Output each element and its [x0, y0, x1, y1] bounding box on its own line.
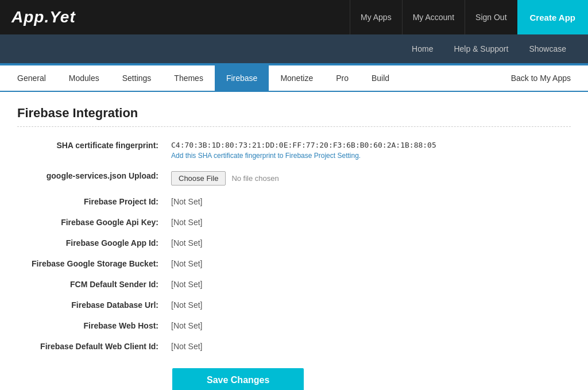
form-table: SHA certificate fingerprint:C4:70:3B:1D:…	[17, 135, 571, 357]
field-label-2: Firebase Project Id:	[17, 191, 167, 212]
tab-monetize[interactable]: Monetize	[269, 65, 324, 92]
my-account-link[interactable]: My Account	[402, 0, 465, 34]
form-row-4: Firebase Google App Id:[Not Set]	[17, 233, 571, 253]
tab-modules[interactable]: Modules	[57, 65, 111, 92]
field-label-4: Firebase Google App Id:	[17, 233, 167, 253]
field-value-7: [Not Set]	[167, 295, 571, 315]
field-value-2: [Not Set]	[167, 191, 571, 212]
field-label-7: Firebase Database Url:	[17, 295, 167, 315]
field-value-0: C4:70:3B:1D:80:73:21:DD:0E:FF:77:20:F3:6…	[167, 135, 571, 165]
tab-general[interactable]: General	[6, 65, 57, 92]
save-btn-wrapper: Save Changes	[17, 368, 571, 390]
field-value-8: [Not Set]	[167, 315, 571, 336]
field-label-9: Firebase Default Web Client Id:	[17, 336, 167, 357]
field-label-6: FCM Default Sender Id:	[17, 274, 167, 295]
field-value-9: [Not Set]	[167, 336, 571, 357]
no-file-label: No file chosen	[231, 174, 278, 183]
tab-settings[interactable]: Settings	[111, 65, 163, 92]
tab-back[interactable]: Back to My Apps	[500, 65, 582, 92]
tab-build[interactable]: Build	[360, 65, 401, 92]
top-nav: App.Yet My Apps My Account Sign Out Crea…	[0, 0, 588, 34]
form-row-5: Firebase Google Storage Bucket:[Not Set]	[17, 253, 571, 274]
tab-themes[interactable]: Themes	[163, 65, 215, 92]
form-row-8: Firebase Web Host:[Not Set]	[17, 315, 571, 336]
file-input-wrapper: Choose FileNo file chosen	[171, 171, 566, 186]
field-value-4: [Not Set]	[167, 233, 571, 253]
home-link[interactable]: Home	[401, 34, 443, 63]
page-title: Firebase Integration	[17, 106, 571, 127]
field-value-6: [Not Set]	[167, 274, 571, 295]
form-row-3: Firebase Google Api Key:[Not Set]	[17, 212, 571, 233]
showcase-link[interactable]: Showcase	[519, 34, 577, 63]
sign-out-link[interactable]: Sign Out	[465, 0, 517, 34]
field-label-5: Firebase Google Storage Bucket:	[17, 253, 167, 274]
form-row-2: Firebase Project Id:[Not Set]	[17, 191, 571, 212]
choose-file-button[interactable]: Choose File	[171, 171, 226, 186]
sha-value: C4:70:3B:1D:80:73:21:DD:0E:FF:77:20:F3:6…	[171, 141, 566, 149]
form-row-0: SHA certificate fingerprint:C4:70:3B:1D:…	[17, 135, 571, 165]
tab-nav: GeneralModulesSettingsThemesFirebaseMone…	[0, 65, 588, 92]
field-label-1: google-services.json Upload:	[17, 165, 167, 191]
field-value-3: [Not Set]	[167, 212, 571, 233]
form-row-1: google-services.json Upload:Choose FileN…	[17, 165, 571, 191]
secondary-nav: Home Help & Support Showcase	[0, 34, 588, 63]
field-value-1[interactable]: Choose FileNo file chosen	[167, 165, 571, 191]
tab-pro[interactable]: Pro	[324, 65, 360, 92]
field-label-3: Firebase Google Api Key:	[17, 212, 167, 233]
form-row-7: Firebase Database Url:[Not Set]	[17, 295, 571, 315]
sha-hint: Add this SHA certificate fingerprint to …	[171, 152, 566, 160]
field-label-0: SHA certificate fingerprint:	[17, 135, 167, 165]
logo: App.Yet	[11, 8, 76, 26]
form-row-6: FCM Default Sender Id:[Not Set]	[17, 274, 571, 295]
create-app-button[interactable]: Create App	[517, 0, 588, 34]
help-support-link[interactable]: Help & Support	[443, 34, 519, 63]
save-changes-button[interactable]: Save Changes	[172, 368, 304, 390]
form-row-9: Firebase Default Web Client Id:[Not Set]	[17, 336, 571, 357]
tab-firebase[interactable]: Firebase	[215, 65, 269, 92]
field-label-8: Firebase Web Host:	[17, 315, 167, 336]
top-nav-links: My Apps My Account Sign Out Create App	[350, 0, 588, 34]
main-content: Firebase Integration SHA certificate fin…	[0, 92, 588, 390]
my-apps-link[interactable]: My Apps	[350, 0, 402, 34]
field-value-5: [Not Set]	[167, 253, 571, 274]
